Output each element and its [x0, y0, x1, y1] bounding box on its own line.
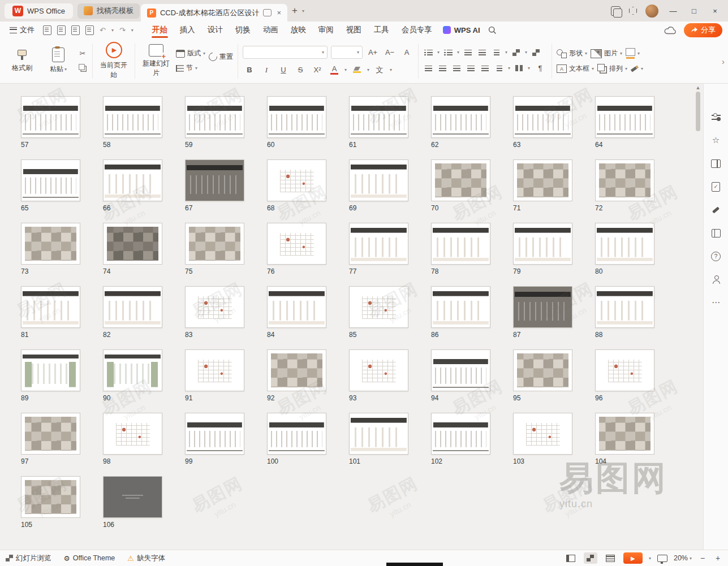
slide-thumbnail-89[interactable]: [21, 349, 80, 391]
clear-format-button[interactable]: A: [400, 46, 413, 58]
slide-thumbnail-105[interactable]: [21, 476, 80, 518]
layout-button[interactable]: 版式 ▾: [176, 49, 205, 58]
favorites-star-icon[interactable]: ☆: [711, 135, 721, 145]
scrollbar-thumb[interactable]: [696, 92, 700, 131]
font-color-button[interactable]: A: [328, 64, 341, 76]
slide-thumbnail-103[interactable]: [513, 413, 572, 455]
slide-thumbnail-67[interactable]: [185, 159, 244, 201]
decrease-font-button[interactable]: A−: [383, 46, 397, 58]
file-menu-button[interactable]: 文件: [6, 25, 38, 35]
tools-brush-icon[interactable]: [711, 205, 721, 215]
ribbon-tab-7[interactable]: 审阅: [312, 21, 340, 38]
slide-sorter-view-button[interactable]: [584, 552, 597, 564]
decrease-indent-button[interactable]: [463, 47, 473, 57]
print-icon[interactable]: [57, 25, 66, 35]
slide-thumbnail-60[interactable]: [267, 96, 326, 138]
slideshow-caret-icon[interactable]: ▾: [649, 556, 651, 561]
slide-thumbnail-61[interactable]: [349, 96, 408, 138]
cut-icon[interactable]: ✂: [78, 49, 87, 58]
slide-thumbnail-75[interactable]: [185, 223, 244, 265]
widgets-icon[interactable]: [611, 6, 621, 16]
redo-icon[interactable]: ↷: [119, 26, 126, 34]
slide-thumbnail-72[interactable]: [595, 159, 654, 201]
distribute-button[interactable]: [480, 63, 490, 73]
font-color-caret-icon[interactable]: ▾: [344, 67, 347, 72]
play-from-current-button[interactable]: ▶ 当前页开始: [97, 42, 130, 80]
maximize-button[interactable]: □: [688, 7, 700, 15]
slide-thumbnail-70[interactable]: [431, 159, 490, 201]
text-direction-caret-icon[interactable]: ▾: [525, 50, 527, 55]
arrange-button[interactable]: 排列 ▾: [597, 64, 627, 74]
wps-ai-button[interactable]: WPS AI: [443, 26, 480, 34]
ribbon-tab-5[interactable]: 动画: [257, 21, 285, 38]
slide-thumbnail-87[interactable]: [513, 286, 572, 328]
resources-book-icon[interactable]: [711, 228, 721, 238]
new-slide-button[interactable]: 新建幻灯片: [140, 44, 173, 78]
text-direction-button[interactable]: [511, 47, 522, 57]
superscript-button[interactable]: X²: [311, 64, 324, 76]
close-button[interactable]: ×: [709, 7, 721, 15]
scroll-up-icon[interactable]: ▲: [695, 85, 701, 90]
numbering-caret-icon[interactable]: ▾: [457, 50, 459, 55]
italic-button[interactable]: I: [260, 64, 273, 76]
slide-thumbnail-104[interactable]: [595, 413, 654, 455]
undo-caret-icon[interactable]: ▾: [111, 28, 114, 33]
paste-button[interactable]: 粘贴▾: [42, 47, 75, 74]
projector-icon[interactable]: [657, 555, 667, 562]
redo-caret-icon[interactable]: ▾: [131, 28, 133, 33]
slide-thumbnail-77[interactable]: [349, 223, 408, 265]
slide-thumbnail-100[interactable]: [267, 413, 326, 455]
proofing-check-icon[interactable]: ✓: [711, 182, 721, 192]
slide-thumbnail-86[interactable]: [431, 286, 490, 328]
tab-close-icon[interactable]: ×: [277, 8, 281, 17]
ribbon-tab-8[interactable]: 视图: [340, 21, 368, 38]
font-family-select[interactable]: ▾: [243, 46, 328, 59]
numbering-button[interactable]: [443, 47, 454, 57]
vertical-scrollbar[interactable]: ▲: [695, 85, 701, 547]
bold-button[interactable]: B: [243, 64, 256, 76]
slide-thumbnail-66[interactable]: [103, 159, 162, 201]
slide-thumbnail-69[interactable]: [349, 159, 408, 201]
columns-caret-icon[interactable]: ▾: [528, 66, 530, 71]
text-tool-button[interactable]: 文: [373, 64, 386, 76]
home-tab[interactable]: W WPS Office: [5, 3, 73, 19]
slide-thumbnail-62[interactable]: [431, 96, 490, 138]
minimize-button[interactable]: —: [667, 7, 679, 15]
slide-thumbnail-98[interactable]: [103, 413, 162, 455]
output-icon[interactable]: [85, 25, 94, 35]
reading-view-button[interactable]: [604, 552, 617, 564]
ribbon-expand-button[interactable]: ›: [722, 56, 725, 66]
slide-thumbnail-81[interactable]: [21, 286, 80, 328]
highlight-caret-icon[interactable]: ▾: [367, 67, 369, 72]
document-tab-active[interactable]: P CCD-成都木棉花酒店公区设计 ×: [141, 4, 287, 21]
ribbon-tab-2[interactable]: 插入: [174, 21, 201, 38]
ribbon-tab-1[interactable]: 开始: [146, 21, 174, 38]
tab-list-caret-icon[interactable]: ▾: [302, 8, 304, 14]
slide-thumbnail-96[interactable]: [595, 349, 654, 391]
new-tab-button[interactable]: +: [287, 5, 302, 16]
zoom-control[interactable]: 20% ▾: [674, 554, 692, 562]
zoom-out-button[interactable]: −: [698, 554, 707, 563]
slide-thumbnail-97[interactable]: [21, 413, 80, 455]
bullets-button[interactable]: [423, 47, 434, 57]
line-spacing-button[interactable]: [494, 63, 505, 73]
help-icon[interactable]: ?: [711, 251, 721, 261]
font-size-select[interactable]: ▾: [331, 46, 363, 59]
slide-thumbnail-99[interactable]: [185, 413, 244, 455]
normal-view-button[interactable]: [564, 552, 578, 564]
slide-thumbnail-68[interactable]: [267, 159, 326, 201]
align-right-button[interactable]: [451, 63, 462, 73]
cloud-sync-icon[interactable]: [664, 26, 676, 34]
textbox-button[interactable]: A 文本框 ▾: [557, 64, 594, 74]
missing-fonts-warning[interactable]: ⚠ 缺失字体: [127, 554, 165, 563]
strikethrough-button[interactable]: S: [294, 64, 307, 76]
slide-thumbnail-91[interactable]: [185, 349, 244, 391]
slide-thumbnail-63[interactable]: [513, 96, 572, 138]
slide-thumbnail-88[interactable]: [595, 286, 654, 328]
section-button[interactable]: 节 ▾: [176, 63, 205, 73]
insert-table-button[interactable]: [531, 47, 541, 57]
ribbon-tab-6[interactable]: 放映: [285, 21, 312, 38]
slide-thumbnail-93[interactable]: [349, 349, 408, 391]
settings-sliders-icon[interactable]: [711, 112, 721, 122]
text-tool-caret-icon[interactable]: ▾: [390, 67, 392, 72]
